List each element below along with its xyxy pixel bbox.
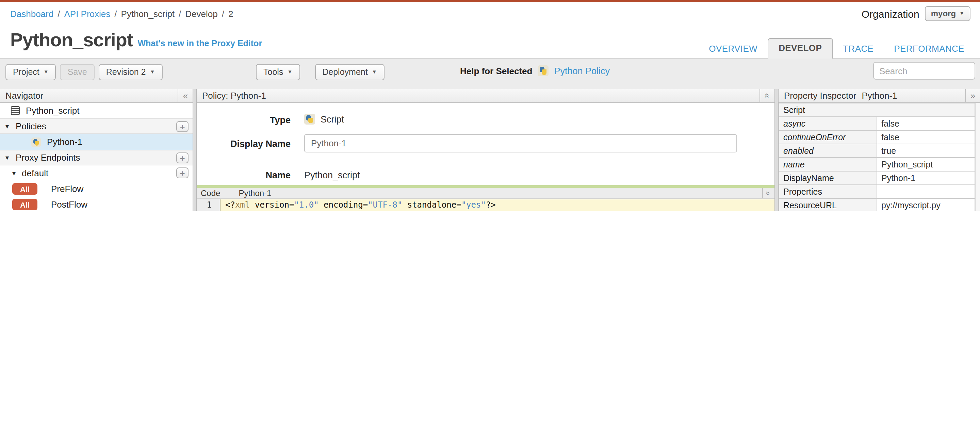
property-value[interactable]: Python_script: [877, 158, 975, 171]
breadcrumb-item-api-proxies[interactable]: API Proxies: [64, 9, 110, 19]
property-label: ResourceURL: [779, 198, 877, 211]
property-value[interactable]: false: [877, 117, 975, 131]
property-row-name: namePython_script: [779, 158, 975, 171]
breadcrumb-separator: /: [115, 9, 117, 19]
tree-section-policies[interactable]: ▾Policies+: [0, 118, 192, 134]
expand-panel-icon[interactable]: »: [965, 89, 980, 102]
python-icon: [538, 65, 549, 76]
tree-item-label: Python-1: [47, 137, 82, 147]
policy-header-title: Policy: Python-1: [202, 91, 266, 101]
navigator-title: Navigator: [5, 91, 43, 101]
tree-item-python-1[interactable]: Python-1: [0, 134, 192, 150]
all-flows-badge: All: [12, 183, 37, 195]
property-label: DisplayName: [779, 171, 877, 185]
tree-item-preflow[interactable]: AllPreFlow: [0, 181, 192, 197]
tree-section-label: Policies: [16, 121, 46, 131]
property-row-script: Script: [779, 103, 975, 117]
policy-panel: Policy: Python-1 « Type Script Display N…: [196, 89, 775, 211]
property-value[interactable]: [877, 185, 975, 198]
code-editor[interactable]: 1<?xml version="1.0" encoding="UTF-8" st…: [197, 199, 775, 211]
tab-bar: OVERVIEWDEVELOPTRACEPERFORMANCE: [698, 38, 975, 59]
tree-item-label: PreFlow: [51, 184, 83, 194]
property-label: continueOnError: [779, 131, 877, 144]
tree-group-default[interactable]: ▾default+: [0, 166, 192, 181]
type-label: Type: [197, 115, 291, 125]
add-button[interactable]: +: [176, 121, 189, 132]
tools-button[interactable]: Tools▼: [256, 64, 300, 80]
policy-form: Type Script Display Name Name Python_scr…: [197, 103, 775, 185]
python-policy-link[interactable]: Python Policy: [554, 66, 610, 76]
project-button[interactable]: Project▼: [5, 64, 56, 80]
breadcrumb-item-python-script: Python_script: [121, 9, 175, 19]
all-flows-badge: All: [12, 199, 37, 210]
tree-section-label: Proxy Endpoints: [16, 153, 80, 163]
tab-trace[interactable]: TRACE: [833, 40, 884, 59]
breadcrumb-item-dashboard[interactable]: Dashboard: [10, 9, 53, 19]
property-label: name: [779, 158, 877, 171]
property-section-label: Script: [779, 103, 975, 117]
python-icon: [31, 137, 41, 147]
breadcrumb: Dashboard/API Proxies/Python_script/Deve…: [10, 9, 233, 19]
navigator-header: Navigator «: [0, 89, 192, 103]
property-inspector-panel: Property Inspector Python-1 » Scriptasyn…: [778, 89, 980, 211]
property-inspector-title: Property Inspector: [784, 91, 856, 101]
tab-performance[interactable]: PERFORMANCE: [884, 40, 975, 59]
tree-item-label: Python_script: [26, 105, 80, 115]
property-value[interactable]: false: [877, 131, 975, 144]
caret-down-icon: ▼: [287, 70, 292, 75]
property-label: async: [779, 117, 877, 131]
add-button[interactable]: +: [176, 167, 189, 178]
chevron-down-icon: ▾: [5, 123, 9, 130]
code-header: Code Python-1 »: [197, 188, 775, 199]
caret-down-icon: ▼: [372, 70, 377, 75]
panel-divider[interactable]: [193, 89, 196, 211]
property-row-resourceurl: ResourceURLpy://myscript.py: [779, 198, 975, 211]
tree-section-proxy-endpoints[interactable]: ▾Proxy Endpoints+: [0, 150, 192, 166]
property-value[interactable]: py://myscript.py: [877, 198, 975, 211]
caret-down-icon: ▼: [959, 11, 964, 16]
tab-overview[interactable]: OVERVIEW: [698, 40, 768, 59]
whats-new-link[interactable]: What's new in the Proxy Editor: [137, 39, 262, 48]
tree-item-python-script[interactable]: Python_script: [0, 103, 192, 118]
organization-control: Organization myorg ▼: [862, 6, 970, 21]
property-row-continueonerror: continueOnErrorfalse: [779, 131, 975, 144]
page-header: Dashboard/API Proxies/Python_script/Deve…: [0, 2, 980, 59]
tree-group-label: default: [22, 168, 48, 178]
toolbar: Project▼ Save Revision 2▼ Tools▼ Deploym…: [0, 59, 980, 89]
collapse-panel-icon[interactable]: «: [178, 89, 192, 102]
search-input[interactable]: [873, 62, 975, 80]
tree-item-postflow[interactable]: AllPostFlow: [0, 197, 192, 211]
panel-divider[interactable]: [775, 89, 778, 211]
property-value[interactable]: true: [877, 144, 975, 158]
tab-develop[interactable]: DEVELOP: [768, 38, 833, 59]
property-table: ScriptasyncfalsecontinueOnErrorfalseenab…: [778, 103, 975, 211]
revision-button[interactable]: Revision 2▼: [99, 64, 163, 80]
add-button[interactable]: +: [176, 153, 189, 163]
app-root: Dashboard/API Proxies/Python_script/Deve…: [0, 0, 980, 211]
organization-dropdown[interactable]: myorg ▼: [925, 6, 970, 21]
type-value: Script: [321, 114, 344, 124]
breadcrumb-separator: /: [222, 9, 224, 19]
help-for-selected-label: Help for Selected: [460, 66, 532, 76]
collapse-down-icon[interactable]: »: [762, 188, 775, 198]
property-inspector-header: Property Inspector Python-1 »: [778, 89, 980, 103]
property-value[interactable]: Python-1: [877, 171, 975, 185]
breadcrumb-item-develop: Develop: [185, 9, 218, 19]
breadcrumb-item-2: 2: [228, 9, 233, 19]
line-number: 1: [197, 199, 220, 211]
policy-header: Policy: Python-1 «: [197, 89, 775, 103]
code-line[interactable]: 1<?xml version="1.0" encoding="UTF-8" st…: [197, 199, 775, 211]
scrollbar-track[interactable]: [975, 103, 980, 211]
tree-item-label: PostFlow: [51, 199, 88, 210]
panel-splitter[interactable]: [197, 185, 775, 188]
code-header-value: Python-1: [239, 188, 271, 198]
python-icon: [304, 114, 315, 124]
deployment-button[interactable]: Deployment▼: [315, 64, 384, 80]
display-name-input[interactable]: [304, 134, 737, 153]
collapse-up-icon[interactable]: «: [759, 89, 775, 102]
chevron-down-icon: ▾: [12, 170, 16, 177]
save-button[interactable]: Save: [60, 64, 95, 80]
code-line-text: <?xml version="1.0" encoding="UTF-8" sta…: [220, 199, 775, 211]
navigator-tree: Python_script▾Policies+Python-1▾Proxy En…: [0, 103, 192, 211]
name-label: Name: [197, 170, 291, 180]
